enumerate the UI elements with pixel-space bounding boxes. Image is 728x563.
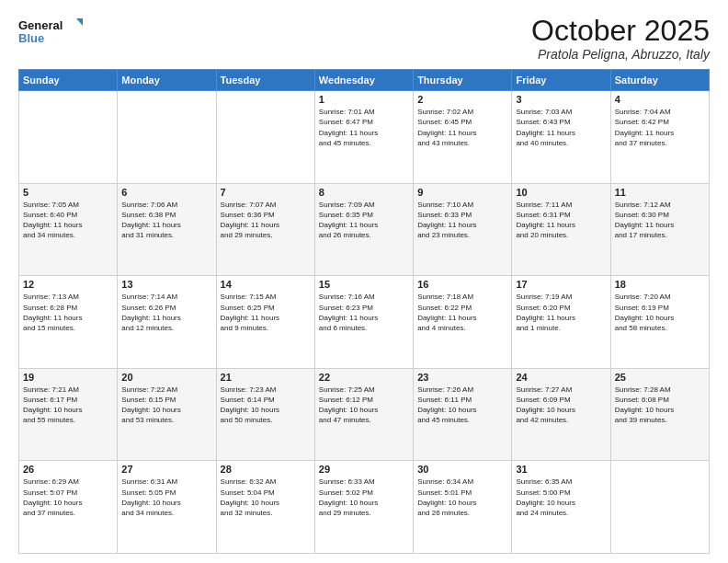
calendar-cell: 26Sunrise: 6:29 AM Sunset: 5:07 PM Dayli…: [19, 461, 118, 554]
calendar-cell: 18Sunrise: 7:20 AM Sunset: 6:19 PM Dayli…: [610, 276, 709, 369]
calendar-cell: 7Sunrise: 7:07 AM Sunset: 6:36 PM Daylig…: [216, 183, 314, 276]
day-number: 26: [23, 464, 113, 475]
day-info: Sunrise: 6:33 AM Sunset: 5:02 PM Dayligh…: [319, 477, 409, 518]
day-info: Sunrise: 7:22 AM Sunset: 6:15 PM Dayligh…: [121, 385, 211, 426]
calendar-cell: 6Sunrise: 7:06 AM Sunset: 6:38 PM Daylig…: [118, 183, 216, 276]
day-number: 24: [516, 372, 606, 383]
header: General Blue October 2025 Pratola Pelign…: [18, 15, 710, 62]
calendar-cell: 28Sunrise: 6:32 AM Sunset: 5:04 PM Dayli…: [216, 461, 314, 554]
calendar-cell: 19Sunrise: 7:21 AM Sunset: 6:17 PM Dayli…: [19, 368, 118, 461]
col-wednesday: Wednesday: [314, 70, 413, 91]
day-info: Sunrise: 7:07 AM Sunset: 6:36 PM Dayligh…: [221, 200, 311, 241]
day-number: 25: [615, 372, 705, 383]
day-info: Sunrise: 7:28 AM Sunset: 6:08 PM Dayligh…: [615, 385, 705, 426]
day-info: Sunrise: 7:16 AM Sunset: 6:23 PM Dayligh…: [319, 292, 409, 333]
day-number: 18: [615, 279, 705, 290]
calendar-week-5: 26Sunrise: 6:29 AM Sunset: 5:07 PM Dayli…: [19, 461, 710, 554]
calendar-cell: 11Sunrise: 7:12 AM Sunset: 6:30 PM Dayli…: [610, 183, 709, 276]
day-info: Sunrise: 7:19 AM Sunset: 6:20 PM Dayligh…: [516, 292, 606, 333]
day-info: Sunrise: 7:18 AM Sunset: 6:22 PM Dayligh…: [417, 292, 507, 333]
calendar-cell: [610, 461, 709, 554]
day-number: 12: [23, 279, 113, 290]
header-row: Sunday Monday Tuesday Wednesday Thursday…: [19, 70, 710, 91]
day-info: Sunrise: 7:09 AM Sunset: 6:35 PM Dayligh…: [319, 200, 409, 241]
day-info: Sunrise: 7:04 AM Sunset: 6:42 PM Dayligh…: [615, 107, 705, 148]
calendar-cell: 12Sunrise: 7:13 AM Sunset: 6:28 PM Dayli…: [19, 276, 118, 369]
calendar-cell: 9Sunrise: 7:10 AM Sunset: 6:33 PM Daylig…: [414, 183, 512, 276]
svg-text:Blue: Blue: [18, 31, 44, 45]
day-number: 14: [221, 279, 311, 290]
calendar-cell: 2Sunrise: 7:02 AM Sunset: 6:45 PM Daylig…: [414, 91, 512, 184]
location: Pratola Peligna, Abruzzo, Italy: [531, 47, 710, 62]
svg-marker-1: [76, 18, 83, 26]
day-number: 4: [615, 94, 705, 105]
day-number: 9: [417, 187, 507, 198]
day-info: Sunrise: 7:01 AM Sunset: 6:47 PM Dayligh…: [319, 107, 409, 148]
day-number: 15: [319, 279, 409, 290]
calendar-week-2: 5Sunrise: 7:05 AM Sunset: 6:40 PM Daylig…: [19, 183, 710, 276]
logo-svg: General Blue: [18, 15, 83, 48]
day-info: Sunrise: 6:31 AM Sunset: 5:05 PM Dayligh…: [121, 477, 211, 518]
calendar-cell: 21Sunrise: 7:23 AM Sunset: 6:14 PM Dayli…: [216, 368, 314, 461]
day-number: 16: [417, 279, 507, 290]
logo: General Blue: [18, 15, 83, 48]
calendar-week-3: 12Sunrise: 7:13 AM Sunset: 6:28 PM Dayli…: [19, 276, 710, 369]
calendar-cell: 16Sunrise: 7:18 AM Sunset: 6:22 PM Dayli…: [414, 276, 512, 369]
calendar-cell: 10Sunrise: 7:11 AM Sunset: 6:31 PM Dayli…: [512, 183, 610, 276]
day-number: 29: [319, 464, 409, 475]
day-number: 13: [121, 279, 211, 290]
day-number: 27: [121, 464, 211, 475]
day-number: 30: [417, 464, 507, 475]
calendar-cell: 29Sunrise: 6:33 AM Sunset: 5:02 PM Dayli…: [314, 461, 413, 554]
day-info: Sunrise: 7:23 AM Sunset: 6:14 PM Dayligh…: [221, 385, 311, 426]
day-number: 2: [417, 94, 507, 105]
day-number: 10: [516, 187, 606, 198]
calendar-table: Sunday Monday Tuesday Wednesday Thursday…: [18, 69, 710, 554]
calendar-cell: 4Sunrise: 7:04 AM Sunset: 6:42 PM Daylig…: [610, 91, 709, 184]
calendar-cell: [118, 91, 216, 184]
day-number: 20: [121, 372, 211, 383]
day-number: 5: [23, 187, 113, 198]
day-info: Sunrise: 7:12 AM Sunset: 6:30 PM Dayligh…: [615, 200, 705, 241]
day-info: Sunrise: 7:03 AM Sunset: 6:43 PM Dayligh…: [516, 107, 606, 148]
day-info: Sunrise: 6:35 AM Sunset: 5:00 PM Dayligh…: [516, 477, 606, 518]
day-info: Sunrise: 7:20 AM Sunset: 6:19 PM Dayligh…: [615, 292, 705, 333]
day-number: 8: [319, 187, 409, 198]
day-info: Sunrise: 7:15 AM Sunset: 6:25 PM Dayligh…: [221, 292, 311, 333]
calendar-cell: 31Sunrise: 6:35 AM Sunset: 5:00 PM Dayli…: [512, 461, 610, 554]
calendar-week-1: 1Sunrise: 7:01 AM Sunset: 6:47 PM Daylig…: [19, 91, 710, 184]
col-tuesday: Tuesday: [216, 70, 314, 91]
day-number: 11: [615, 187, 705, 198]
calendar-cell: 24Sunrise: 7:27 AM Sunset: 6:09 PM Dayli…: [512, 368, 610, 461]
day-number: 23: [417, 372, 507, 383]
day-info: Sunrise: 7:02 AM Sunset: 6:45 PM Dayligh…: [417, 107, 507, 148]
calendar-cell: 3Sunrise: 7:03 AM Sunset: 6:43 PM Daylig…: [512, 91, 610, 184]
calendar-cell: 8Sunrise: 7:09 AM Sunset: 6:35 PM Daylig…: [314, 183, 413, 276]
day-number: 22: [319, 372, 409, 383]
col-monday: Monday: [118, 70, 216, 91]
day-info: Sunrise: 7:25 AM Sunset: 6:12 PM Dayligh…: [319, 385, 409, 426]
day-info: Sunrise: 7:21 AM Sunset: 6:17 PM Dayligh…: [23, 385, 113, 426]
calendar-cell: 20Sunrise: 7:22 AM Sunset: 6:15 PM Dayli…: [118, 368, 216, 461]
calendar-cell: 22Sunrise: 7:25 AM Sunset: 6:12 PM Dayli…: [314, 368, 413, 461]
day-info: Sunrise: 7:10 AM Sunset: 6:33 PM Dayligh…: [417, 200, 507, 241]
day-number: 31: [516, 464, 606, 475]
calendar-cell: [216, 91, 314, 184]
calendar-cell: 13Sunrise: 7:14 AM Sunset: 6:26 PM Dayli…: [118, 276, 216, 369]
day-info: Sunrise: 7:11 AM Sunset: 6:31 PM Dayligh…: [516, 200, 606, 241]
calendar-cell: 23Sunrise: 7:26 AM Sunset: 6:11 PM Dayli…: [414, 368, 512, 461]
day-info: Sunrise: 7:05 AM Sunset: 6:40 PM Dayligh…: [23, 200, 113, 241]
day-number: 21: [221, 372, 311, 383]
calendar-week-4: 19Sunrise: 7:21 AM Sunset: 6:17 PM Dayli…: [19, 368, 710, 461]
calendar-cell: 27Sunrise: 6:31 AM Sunset: 5:05 PM Dayli…: [118, 461, 216, 554]
day-number: 6: [121, 187, 211, 198]
calendar-cell: 30Sunrise: 6:34 AM Sunset: 5:01 PM Dayli…: [414, 461, 512, 554]
col-saturday: Saturday: [610, 70, 709, 91]
day-number: 19: [23, 372, 113, 383]
calendar-cell: 5Sunrise: 7:05 AM Sunset: 6:40 PM Daylig…: [19, 183, 118, 276]
title-block: October 2025 Pratola Peligna, Abruzzo, I…: [531, 15, 710, 62]
day-info: Sunrise: 7:27 AM Sunset: 6:09 PM Dayligh…: [516, 385, 606, 426]
day-number: 7: [221, 187, 311, 198]
month-title: October 2025: [531, 15, 710, 47]
day-number: 17: [516, 279, 606, 290]
